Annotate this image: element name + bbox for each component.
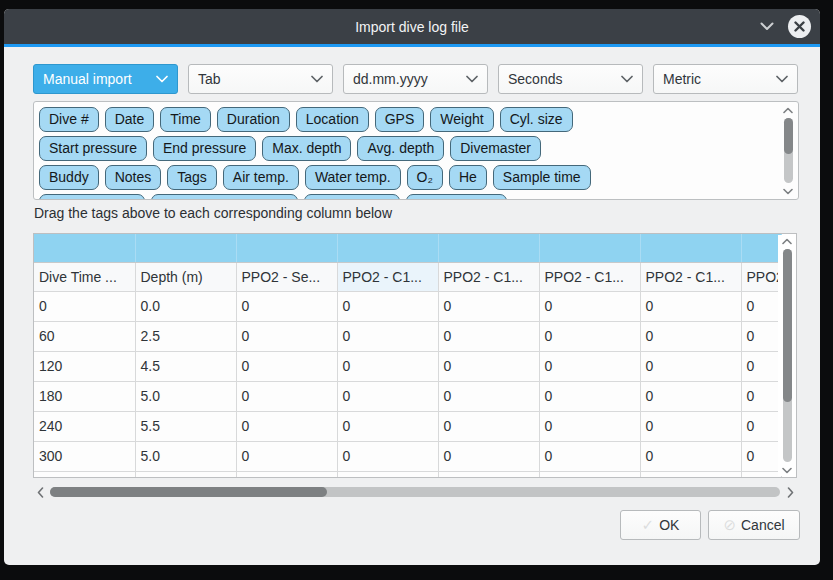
column-drop-target-6[interactable] xyxy=(640,234,741,262)
hscroll-track[interactable] xyxy=(50,487,780,497)
tag-chip-he[interactable]: He xyxy=(449,165,487,190)
column-drop-target-1[interactable] xyxy=(135,234,236,262)
cancel-button[interactable]: ⊘ Cancel xyxy=(708,510,800,540)
tag-chip-start-pressure[interactable]: Start pressure xyxy=(39,136,147,161)
scroll-right-icon[interactable] xyxy=(783,487,797,498)
tag-chip-notes[interactable]: Notes xyxy=(105,165,162,190)
combo-seconds[interactable]: Seconds xyxy=(498,64,643,94)
tag-chip-dive[interactable]: Dive # xyxy=(39,107,99,132)
combo-label: Manual import xyxy=(43,71,132,87)
horizontal-scrollbar[interactable] xyxy=(33,482,797,502)
column-drop-target-0[interactable] xyxy=(34,234,135,262)
column-drop-target-7[interactable] xyxy=(741,234,781,262)
cell: 5.0 xyxy=(135,381,236,411)
tag-chip-end-pressure[interactable]: End pressure xyxy=(153,136,256,161)
tag-chip-sample-cns[interactable]: Sample CNS xyxy=(406,194,507,200)
tag-scroll-track[interactable] xyxy=(784,118,793,183)
accent-line xyxy=(4,44,820,47)
chevron-down-icon[interactable] xyxy=(759,19,775,35)
cell: 300 xyxy=(34,441,135,471)
chevron-down-icon xyxy=(156,75,168,83)
tag-scroll-thumb[interactable] xyxy=(784,118,793,154)
tag-chip-weight[interactable]: Weight xyxy=(430,107,493,132)
column-drop-target-3[interactable] xyxy=(337,234,438,262)
cell: 0 xyxy=(741,411,781,441)
title-bar[interactable]: Import dive log file xyxy=(4,9,820,44)
tag-chip-divemaster[interactable]: Divemaster xyxy=(450,136,541,161)
cell: 0 xyxy=(236,291,337,321)
cell: 0 xyxy=(438,381,539,411)
tag-scroll-down-icon[interactable] xyxy=(783,185,793,197)
data-row: 3005.0000000 xyxy=(34,441,781,471)
tag-chip-tags[interactable]: Tags xyxy=(167,165,217,190)
scroll-left-icon[interactable] xyxy=(33,487,47,498)
table-scroll-down-icon[interactable] xyxy=(782,464,792,476)
tag-pool: Dive #DateTimeDurationLocationGPSWeightC… xyxy=(33,101,799,200)
cell: 0 xyxy=(539,411,640,441)
tag-scrollbar[interactable] xyxy=(780,104,796,197)
data-row: 602.5000000 xyxy=(34,321,781,351)
column-drop-target-4[interactable] xyxy=(438,234,539,262)
cancel-button-label: Cancel xyxy=(741,517,785,533)
tag-chip-water-temp[interactable]: Water temp. xyxy=(305,165,401,190)
cell: 180 xyxy=(34,381,135,411)
tag-chip-date[interactable]: Date xyxy=(105,107,155,132)
tag-chip-avg-depth[interactable]: Avg. depth xyxy=(357,136,444,161)
cell: 240 xyxy=(34,411,135,441)
cell: 0 xyxy=(640,351,741,381)
combo-label: Tab xyxy=(198,71,221,87)
cell: 5.5 xyxy=(135,411,236,441)
cell: 0 xyxy=(34,291,135,321)
tag-chip-location[interactable]: Location xyxy=(296,107,369,132)
tag-scroll-up-icon[interactable] xyxy=(783,104,793,116)
tag-chip-sample-depth[interactable]: Sample depth xyxy=(39,194,145,200)
cell xyxy=(135,471,236,478)
table-scroll-thumb[interactable] xyxy=(783,249,792,402)
cell: 0 xyxy=(337,321,438,351)
cell: 0.0 xyxy=(135,291,236,321)
cell: 0 xyxy=(741,381,781,411)
cell xyxy=(34,471,135,478)
combo-metric[interactable]: Metric xyxy=(653,64,798,94)
cell: 0 xyxy=(337,351,438,381)
ok-button[interactable]: ✓ OK xyxy=(620,510,701,540)
tag-chip-buddy[interactable]: Buddy xyxy=(39,165,99,190)
tag-chip-max-depth[interactable]: Max. depth xyxy=(262,136,351,161)
combo-dd-mm-yyyy[interactable]: dd.mm.yyyy xyxy=(343,64,488,94)
combo-tab[interactable]: Tab xyxy=(188,64,333,94)
combo-label: dd.mm.yyyy xyxy=(353,71,428,87)
table-scroll-track[interactable] xyxy=(783,249,792,462)
tag-chip-o[interactable]: O₂ xyxy=(407,165,443,190)
table-scroll-up-icon[interactable] xyxy=(782,235,792,247)
cell: 0 xyxy=(640,381,741,411)
cell: 0 xyxy=(741,291,781,321)
tag-chip-air-temp[interactable]: Air temp. xyxy=(223,165,299,190)
cell xyxy=(640,471,741,478)
ok-button-label: OK xyxy=(659,517,679,533)
cell: 0 xyxy=(539,321,640,351)
tag-chip-sample-time[interactable]: Sample time xyxy=(493,165,591,190)
cell: 0 xyxy=(640,411,741,441)
tag-chip-sample-temperature[interactable]: Sample temperature xyxy=(151,194,298,200)
cell: 0 xyxy=(539,381,640,411)
tag-chip-gps[interactable]: GPS xyxy=(375,107,425,132)
table-scrollbar[interactable] xyxy=(778,235,795,476)
tag-row: Dive #DateTimeDurationLocationGPSWeightC… xyxy=(39,107,769,132)
close-button[interactable] xyxy=(788,15,811,38)
column-drop-target-2[interactable] xyxy=(236,234,337,262)
chevron-down-icon xyxy=(621,75,633,83)
chevron-down-icon xyxy=(311,75,323,83)
combo-manual-import[interactable]: Manual import xyxy=(33,64,178,94)
tag-chip-time[interactable]: Time xyxy=(160,107,211,132)
combo-label: Metric xyxy=(663,71,701,87)
column-drop-target-5[interactable] xyxy=(539,234,640,262)
cell: 0 xyxy=(640,291,741,321)
data-row: 1204.5000000 xyxy=(34,351,781,381)
tag-chip-cyl-size[interactable]: Cyl. size xyxy=(500,107,573,132)
cell: 0 xyxy=(539,351,640,381)
cell xyxy=(539,471,640,478)
tag-chip-sample-po[interactable]: Sample pO₂ xyxy=(304,194,399,200)
hscroll-thumb[interactable] xyxy=(50,487,327,497)
data-row: 2405.5000000 xyxy=(34,411,781,441)
tag-chip-duration[interactable]: Duration xyxy=(217,107,290,132)
